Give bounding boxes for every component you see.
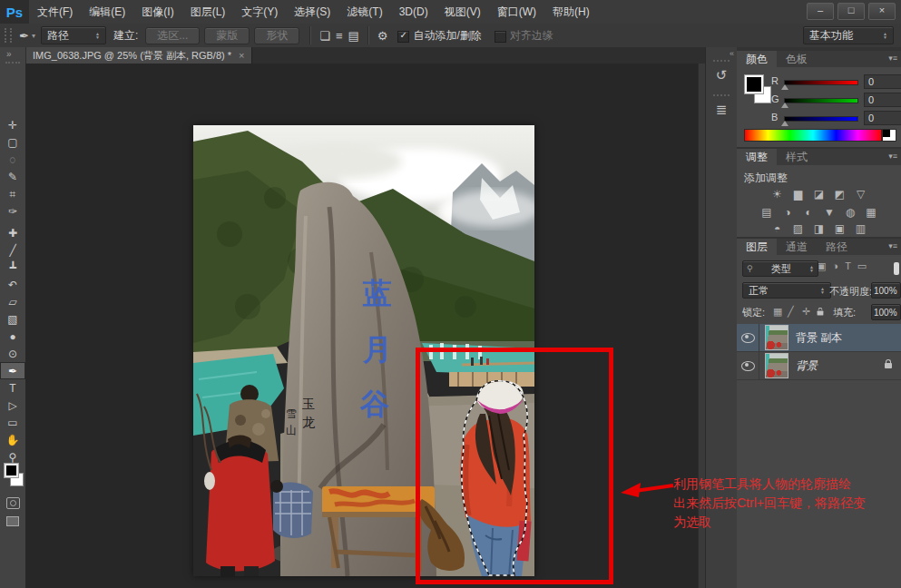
menu-image[interactable]: 图像(I) [133, 0, 181, 24]
spot-healing-brush-tool[interactable]: ✚ [0, 224, 25, 241]
gradient-map-icon[interactable]: ▥ [854, 221, 868, 236]
green-slider-thumb[interactable] [781, 103, 788, 108]
tab-adjustments[interactable]: 调整 [737, 149, 777, 165]
document-tab[interactable]: IMG_0638.JPG @ 25% (背景 副本, RGB/8) * × [25, 47, 252, 64]
blend-mode-dropdown[interactable]: 正常 [742, 282, 831, 299]
type-tool[interactable]: T [0, 379, 25, 397]
tab-styles[interactable]: 样式 [777, 149, 817, 165]
pen-tool[interactable]: ✒ [0, 362, 25, 379]
lock-paint-icon[interactable]: ╱ [788, 306, 794, 318]
path-arrangement-icon[interactable]: ▤ [346, 29, 362, 43]
path-alignment-icon[interactable]: ≡ [333, 29, 346, 43]
make-mask-button[interactable]: 蒙版 [204, 27, 250, 44]
menu-file[interactable]: 文件(F) [29, 0, 81, 24]
type-layer-filter-icon[interactable]: T [845, 260, 851, 271]
workspace-switcher[interactable]: 基本功能 [803, 26, 894, 44]
tab-swatches[interactable]: 色板 [777, 51, 817, 67]
dodge-tool[interactable]: ⊙ [0, 345, 25, 362]
layer-name[interactable]: 背景 副本 [796, 330, 842, 346]
preset-dropdown-icon[interactable]: ▾ [32, 32, 35, 40]
tab-layers[interactable]: 图层 [737, 239, 777, 255]
foreground-color-swatch[interactable] [4, 463, 19, 478]
brush-tool[interactable]: ╱ [0, 241, 25, 259]
brightness-contrast-icon[interactable]: ☀ [770, 187, 785, 201]
lock-all-icon[interactable] [818, 310, 824, 315]
visibility-toggle[interactable] [737, 324, 759, 351]
menu-select[interactable]: 选择(S) [286, 0, 338, 24]
green-slider[interactable] [784, 98, 858, 103]
path-selection-tool[interactable]: ▷ [0, 397, 25, 414]
dock-expand-icon[interactable]: « [730, 49, 734, 58]
levels-icon[interactable]: ▆ [791, 187, 806, 201]
lock-position-icon[interactable]: ✛ [802, 306, 810, 318]
lasso-tool[interactable]: ◌ [0, 151, 25, 168]
menu-layer[interactable]: 图层(L) [182, 0, 234, 24]
spectrum-bw-corner[interactable] [882, 129, 896, 142]
photo-filter-icon[interactable]: ▼ [822, 205, 837, 220]
red-slider-thumb[interactable] [781, 84, 788, 90]
quick-selection-tool[interactable]: ✎ [0, 168, 25, 185]
maximize-button[interactable]: □ [837, 3, 865, 20]
color-lookup-icon[interactable]: ▦ [864, 205, 878, 220]
make-shape-button[interactable]: 形状 [254, 27, 299, 44]
layer-row-background[interactable]: 背景 [737, 352, 901, 380]
layer-thumbnail[interactable] [765, 325, 788, 350]
selective-color-icon[interactable]: ▣ [833, 221, 847, 236]
align-edges-checkbox[interactable] [495, 31, 506, 43]
menu-view[interactable]: 视图(V) [436, 0, 489, 24]
invert-icon[interactable]: ◓ [770, 221, 785, 236]
hand-tool[interactable]: ✋ [0, 431, 25, 448]
menu-edit[interactable]: 编辑(E) [81, 0, 133, 24]
adjustment-layer-filter-icon[interactable]: ◑ [832, 260, 838, 271]
screen-mode-button[interactable] [6, 516, 19, 526]
gradient-tool[interactable]: ▧ [0, 310, 25, 328]
rectangular-marquee-tool[interactable]: ▢ [0, 133, 25, 151]
properties-panel-icon[interactable]: ≣ [710, 98, 733, 122]
minimize-button[interactable]: – [807, 3, 834, 20]
panel-menu-icon[interactable]: ▾≡ [888, 241, 897, 250]
auto-add-delete-checkbox[interactable] [397, 31, 409, 43]
green-value-input[interactable]: 0 [864, 93, 901, 107]
quick-mask-mode-button[interactable] [6, 497, 20, 509]
toolbar-collapse-icon[interactable]: » [6, 49, 12, 59]
crop-tool[interactable]: ⌗ [0, 185, 25, 202]
red-value-input[interactable]: 0 [864, 74, 901, 89]
history-brush-tool[interactable]: ↶ [0, 276, 25, 293]
path-operations-icon[interactable]: ❏ [317, 29, 333, 43]
vibrance-icon[interactable]: ▽ [854, 187, 868, 201]
eraser-tool[interactable]: ▱ [0, 293, 25, 310]
clone-stamp-tool[interactable]: ┻ [0, 259, 25, 276]
hue-saturation-icon[interactable]: ▤ [759, 205, 774, 220]
tab-close-icon[interactable]: × [239, 50, 244, 61]
tool-mode-dropdown[interactable]: 路径 [41, 26, 106, 44]
shape-layer-filter-icon[interactable]: ▭ [857, 260, 867, 271]
opacity-input[interactable]: 100% [871, 282, 901, 299]
eyedropper-tool[interactable]: ✑ [0, 202, 25, 220]
panel-menu-icon[interactable]: ▾≡ [888, 54, 897, 63]
filter-kind-dropdown[interactable]: ⚲ 类型 [742, 260, 818, 277]
menu-3d[interactable]: 3D(D) [391, 0, 436, 24]
pen-tool-preset-icon[interactable]: ✒ [16, 29, 32, 43]
color-balance-icon[interactable]: ◑ [780, 205, 795, 220]
blue-value-input[interactable]: 0 [864, 111, 901, 125]
black-white-icon[interactable]: ◐ [801, 205, 816, 220]
panel-menu-icon[interactable]: ▾≡ [888, 152, 897, 161]
fill-input[interactable]: 100% [871, 304, 901, 320]
menu-filter[interactable]: 滤镜(T) [338, 0, 390, 24]
channel-mixer-icon[interactable]: ◍ [843, 205, 857, 220]
gear-icon[interactable]: ⚙ [375, 29, 391, 43]
visibility-toggle[interactable] [737, 352, 759, 379]
exposure-icon[interactable]: ◩ [833, 187, 847, 201]
history-panel-icon[interactable]: ↺ [710, 64, 733, 87]
menu-window[interactable]: 窗口(W) [489, 0, 544, 24]
tab-channels[interactable]: 通道 [777, 239, 817, 255]
menu-type[interactable]: 文字(Y) [233, 0, 286, 24]
tab-color[interactable]: 颜色 [737, 51, 777, 67]
blue-slider-thumb[interactable] [781, 121, 788, 126]
layer-row-background-copy[interactable]: 背景 副本 [737, 324, 901, 352]
tab-paths[interactable]: 路径 [817, 239, 857, 255]
blue-slider[interactable] [784, 116, 858, 122]
layer-thumbnail[interactable] [765, 353, 788, 378]
layer-filter-toggle[interactable] [894, 262, 899, 275]
threshold-icon[interactable]: ◨ [812, 221, 827, 236]
